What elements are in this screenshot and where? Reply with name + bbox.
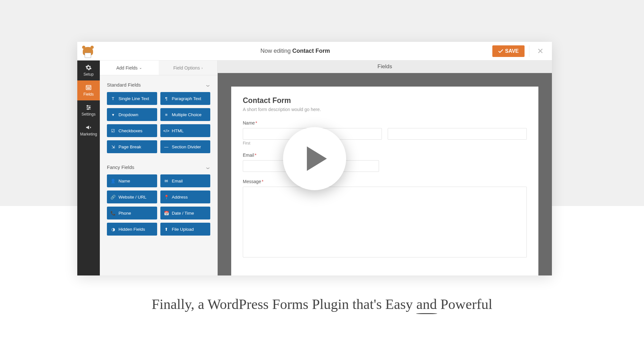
field-name[interactable]: 👤Name [107,174,157,187]
svg-point-8 [89,107,90,108]
topbar: Now editing Contact Form SAVE ✕ [77,42,552,61]
field-single-line-text[interactable]: TSingle Line Text [107,92,157,105]
form-description: A short form description would go here. [243,107,527,112]
field-checkboxes[interactable]: ☑Checkboxes [107,124,157,137]
phone-icon: 📞 [111,211,115,216]
chevron-down-icon: ⌄ [139,66,142,70]
dropdown-icon: ▾ [111,112,115,117]
field-multiple-choice[interactable]: ≡Multiple Choice [160,108,211,121]
user-icon: 👤 [111,179,115,183]
text-icon: T [111,96,115,101]
save-button[interactable]: SAVE [492,45,525,57]
list-icon: ≡ [164,112,169,117]
input-last-name[interactable] [388,128,527,140]
label-name: Name* [243,120,527,126]
field-html[interactable]: </>HTML [160,124,211,137]
sliders-icon [85,104,92,111]
label-message: Message* [243,179,527,184]
close-icon[interactable]: ✕ [534,47,547,56]
sidebar-item-fields[interactable]: Fields [77,80,100,100]
save-button-label: SAVE [505,48,519,54]
group-header-fancy[interactable]: Fancy Fields ⌄ [100,158,217,174]
field-address[interactable]: 📍Address [160,191,211,203]
pin-icon: 📍 [164,195,169,200]
sidebar-item-label: Marketing [80,132,97,136]
sidebar-item-marketing[interactable]: Marketing [77,120,100,140]
tab-add-fields[interactable]: Add Fields ⌄ [100,61,159,75]
group-title: Standard Fields [107,82,141,88]
divider-icon: — [164,144,169,149]
sidebar-item-label: Fields [83,92,94,97]
tab-label: Add Fields [116,65,137,70]
field-file-upload[interactable]: ⬆File Upload [160,223,211,236]
group-header-standard[interactable]: Standard Fields ⌄ [100,75,217,92]
now-editing-label: Now editing Contact Form [98,48,492,54]
code-icon: </> [164,128,169,133]
eye-off-icon: ◑ [111,227,115,232]
form-title: Contact Form [243,96,527,105]
link-icon: 🔗 [111,195,115,200]
gear-icon [85,64,92,71]
sidebar-item-label: Setup [83,72,93,77]
svg-point-9 [88,108,89,109]
form-field-name[interactable]: Name* First [243,120,527,145]
hero-tagline: Finally, a WordPress Forms Plugin that's… [0,296,644,312]
sublabel-first: First [243,141,527,145]
tab-label: Field Options [173,65,200,70]
field-section-divider[interactable]: —Section Divider [160,140,211,153]
app-window: Now editing Contact Form SAVE ✕ [77,42,552,275]
field-paragraph-text[interactable]: ¶Paragraph Text [160,92,211,105]
calendar-icon: 📅 [164,211,169,216]
field-website[interactable]: 🔗Website / URL [107,191,157,203]
sidebar-item-setup[interactable]: Setup [77,61,100,80]
preview-header: Fields [218,61,552,73]
form-icon [85,84,92,91]
svg-point-7 [87,105,88,106]
preview-area: Fields Contact Form A short form descrip… [218,61,552,275]
fields-panel: Add Fields ⌄ Field Options › Standard Fi… [100,61,218,275]
tab-field-options[interactable]: Field Options › [159,61,218,75]
megaphone-icon [85,124,92,131]
field-hidden[interactable]: ◑Hidden Fields [107,223,157,236]
group-title: Fancy Fields [107,164,134,170]
sidebar: Setup Fields Settings [77,61,100,275]
check-icon [498,49,503,54]
field-phone[interactable]: 📞Phone [107,207,157,219]
pagebreak-icon: ⇲ [111,144,115,149]
divider [529,45,529,57]
field-email[interactable]: ✉Email [160,174,211,187]
input-message[interactable] [243,187,527,257]
app-logo [77,47,98,55]
paragraph-icon: ¶ [164,96,169,101]
form-field-message[interactable]: Message* [243,179,527,259]
mail-icon: ✉ [164,179,169,183]
field-page-break[interactable]: ⇲Page Break [107,140,157,153]
play-icon [307,146,327,171]
chevron-down-icon: ⌄ [204,163,211,171]
field-datetime[interactable]: 📅Date / Time [160,207,211,219]
sidebar-item-label: Settings [81,112,95,116]
chevron-down-icon: ⌄ [204,81,211,88]
upload-icon: ⬆ [164,227,169,232]
play-video-button[interactable] [283,127,346,190]
field-dropdown[interactable]: ▾Dropdown [107,108,157,121]
sidebar-item-settings[interactable]: Settings [77,100,100,120]
chevron-right-icon: › [202,66,203,70]
checkbox-icon: ☑ [111,128,115,133]
